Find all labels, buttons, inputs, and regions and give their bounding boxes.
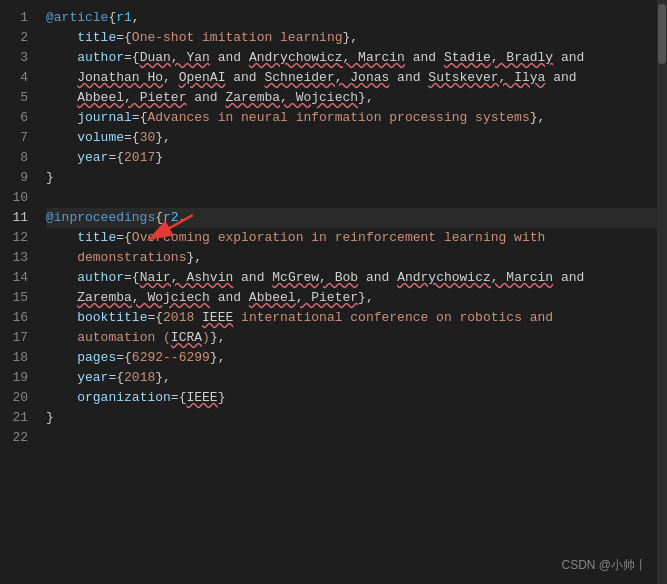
line-num-19: 19: [0, 368, 28, 388]
line-num-7: 7: [0, 128, 28, 148]
code-line-19: year={2018},: [46, 368, 657, 388]
line-numbers: 1 2 3 4 5 6 7 8 9 10 11 12 13 14 15 16 1…: [0, 0, 38, 584]
line-num-10: 10: [0, 188, 28, 208]
code-line-3: author={Duan, Yan and Andrychowicz, Marc…: [46, 48, 657, 68]
line-num-8: 8: [0, 148, 28, 168]
code-line-14: author={Nair, Ashvin and McGrew, Bob and…: [46, 268, 657, 288]
line-num-3: 3: [0, 48, 28, 68]
code-line-5: Abbeel, Pieter and Zaremba, Wojciech},: [46, 88, 657, 108]
line-num-12: 12: [0, 228, 28, 248]
code-line-22: [46, 428, 657, 448]
line-num-22: 22: [0, 428, 28, 448]
code-line-1: @article{r1,: [46, 8, 657, 28]
line-num-18: 18: [0, 348, 28, 368]
code-line-20: organization={IEEE}: [46, 388, 657, 408]
code-line-13: demonstrations},: [46, 248, 657, 268]
line-num-15: 15: [0, 288, 28, 308]
line-num-1: 1: [0, 8, 28, 28]
code-line-7: volume={30},: [46, 128, 657, 148]
code-line-9: }: [46, 168, 657, 188]
line-num-16: 16: [0, 308, 28, 328]
scrollbar-thumb[interactable]: [658, 4, 666, 64]
line-num-21: 21: [0, 408, 28, 428]
line-num-4: 4: [0, 68, 28, 88]
watermark: CSDN @小帅丨: [561, 557, 647, 574]
code-line-12: title={Overcoming exploration in reinfor…: [46, 228, 657, 248]
code-line-16: booktitle={2018 IEEE international confe…: [46, 308, 657, 328]
line-num-14: 14: [0, 268, 28, 288]
line-num-20: 20: [0, 388, 28, 408]
code-line-21: }: [46, 408, 657, 428]
line-num-5: 5: [0, 88, 28, 108]
code-line-17: automation (ICRA)},: [46, 328, 657, 348]
code-line-10: [46, 188, 657, 208]
code-line-15: Zaremba, Wojciech and Abbeel, Pieter},: [46, 288, 657, 308]
code-line-4: Jonathan Ho, OpenAI and Schneider, Jonas…: [46, 68, 657, 88]
line-num-9: 9: [0, 168, 28, 188]
code-line-11: @inproceedings{r2,: [46, 208, 657, 228]
scrollbar[interactable]: [657, 0, 667, 584]
code-line-2: title={One-shot imitation learning},: [46, 28, 657, 48]
code-line-8: year={2017}: [46, 148, 657, 168]
code-line-18: pages={6292--6299},: [46, 348, 657, 368]
code-editor: 1 2 3 4 5 6 7 8 9 10 11 12 13 14 15 16 1…: [0, 0, 667, 584]
code-line-6: journal={Advances in neural information …: [46, 108, 657, 128]
line-num-17: 17: [0, 328, 28, 348]
line-num-11: 11: [0, 208, 28, 228]
code-content[interactable]: @article{r1, title={One-shot imitation l…: [38, 0, 657, 584]
line-num-6: 6: [0, 108, 28, 128]
line-num-13: 13: [0, 248, 28, 268]
line-num-2: 2: [0, 28, 28, 48]
